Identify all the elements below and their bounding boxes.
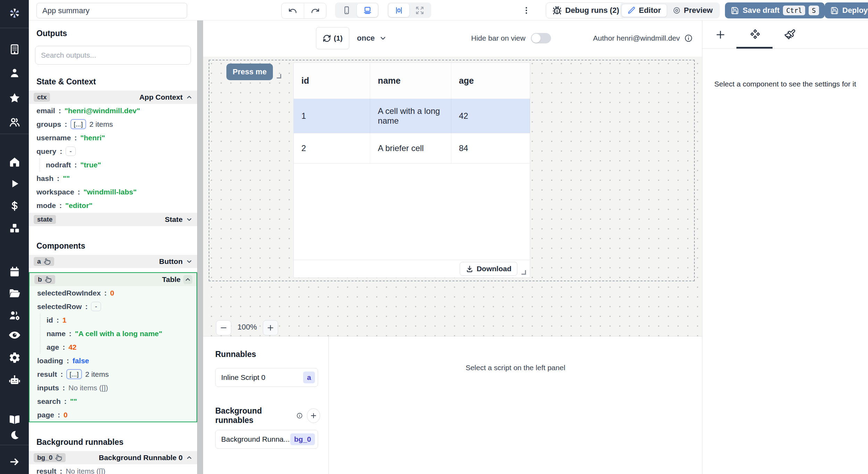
table-footer: Download <box>294 260 530 277</box>
table-header-row: idnameage <box>294 63 530 99</box>
tab-insert-component[interactable] <box>702 20 738 49</box>
table-cell[interactable]: A briefer cell <box>370 133 451 163</box>
bg0-type: Background Runnable 0 <box>99 454 193 462</box>
output-value: No items ([]) <box>66 467 105 474</box>
recompute-mode-value: once <box>357 34 375 43</box>
deploy-label: Deploy <box>842 6 868 15</box>
table-cell[interactable]: 84 <box>451 133 530 163</box>
dollar-icon[interactable] <box>9 200 20 211</box>
background-runnable-item[interactable]: Background Runna... bg_0 <box>215 430 318 449</box>
press-me-button[interactable]: Press me <box>226 64 273 80</box>
output-key: name <box>47 330 66 338</box>
output-field-row: workspace:"windmill-labs" <box>29 185 197 199</box>
output-node-b[interactable]: b Table <box>30 273 197 286</box>
user-icon[interactable] <box>9 67 20 79</box>
more-menu-button[interactable] <box>522 4 531 17</box>
zoom-in-button[interactable] <box>263 320 278 335</box>
recompute-mode-dropdown[interactable]: once <box>357 31 387 45</box>
tab-component-settings[interactable] <box>737 20 773 49</box>
output-node-state[interactable]: state State <box>29 213 197 226</box>
output-node-bg0[interactable]: bg_0 Background Runnable 0 <box>29 451 197 464</box>
table-cell[interactable]: 2 <box>294 133 370 163</box>
output-field-row: nodraft:"true" <box>39 158 197 172</box>
kbd-ctrl: Ctrl <box>783 6 805 15</box>
inline-script-item[interactable]: Inline Script 0 a <box>215 368 318 387</box>
gear-icon[interactable] <box>8 351 21 364</box>
zoom-out-button[interactable] <box>216 320 231 335</box>
collapse-button[interactable] <box>183 275 192 284</box>
output-key: hash <box>36 174 53 183</box>
expand-chip[interactable]: - <box>91 302 101 311</box>
center-align-button[interactable] <box>389 3 409 17</box>
output-field-row: selectedRowIndex:0 <box>30 286 197 300</box>
bot-icon[interactable] <box>8 374 21 386</box>
toggle-knob <box>532 34 541 43</box>
save-draft-button[interactable]: Save draft Ctrl S <box>725 2 825 18</box>
laptop-icon <box>363 6 372 15</box>
refresh-button[interactable]: (1) <box>316 27 349 49</box>
table-column-header[interactable]: name <box>370 63 451 99</box>
users-icon[interactable] <box>9 116 20 128</box>
tab-editor[interactable]: Editor <box>621 4 667 17</box>
tab-preview[interactable]: Preview <box>667 4 718 17</box>
background-runnables-header: Background runnables <box>215 406 320 425</box>
users-gear-icon[interactable] <box>8 309 21 322</box>
moon-icon[interactable] <box>9 430 20 441</box>
deploy-button[interactable]: Deploy <box>825 2 868 18</box>
add-background-runnable-button[interactable] <box>307 408 320 423</box>
outputs-panel: Outputs State & Context ctx App Context … <box>29 20 197 474</box>
output-key: result <box>36 467 56 474</box>
star-icon[interactable] <box>8 92 21 104</box>
panel-resize-handle[interactable] <box>197 20 203 474</box>
ctx-chip[interactable]: ctx <box>34 93 50 102</box>
undo-button[interactable] <box>282 3 304 18</box>
chevron-down-icon <box>185 258 193 265</box>
arrow-right-icon[interactable] <box>9 456 20 468</box>
colon: : <box>60 147 62 156</box>
table-column-header[interactable]: age <box>451 63 530 99</box>
search-outputs-input[interactable] <box>35 46 191 65</box>
redo-button[interactable] <box>304 3 326 18</box>
table-cell[interactable]: 42 <box>451 99 530 133</box>
download-button[interactable]: Download <box>460 262 517 276</box>
resize-handle[interactable] <box>521 270 526 275</box>
resize-handle[interactable] <box>277 74 281 78</box>
tab-styling[interactable] <box>772 20 808 49</box>
play-icon[interactable] <box>9 178 20 189</box>
mobile-view-button[interactable] <box>336 3 357 17</box>
table-row[interactable]: 2A briefer cell84 <box>294 133 530 164</box>
output-node-a[interactable]: a Button <box>29 255 197 268</box>
hide-bar-toggle[interactable] <box>531 33 551 43</box>
output-value: 0 <box>110 289 114 297</box>
component-a-chip[interactable]: a <box>34 257 54 266</box>
folder-open-icon[interactable] <box>8 287 21 300</box>
fullscreen-button[interactable] <box>409 3 430 17</box>
expand-chip[interactable]: [...] <box>66 369 82 379</box>
table-cell[interactable]: 1 <box>294 99 370 133</box>
component-b-chip[interactable]: b <box>34 275 55 284</box>
bg0-chip[interactable]: bg_0 <box>34 453 66 462</box>
app-summary-input[interactable] <box>36 3 187 18</box>
expand-chip[interactable]: [...] <box>70 119 86 129</box>
table-column-header[interactable]: id <box>294 63 370 99</box>
debug-runs-button[interactable]: Debug runs (2) <box>546 2 626 18</box>
table-row[interactable]: 1A cell with a long name42 <box>294 99 530 133</box>
expand-chip[interactable]: - <box>66 147 75 156</box>
output-value: 0 <box>64 411 68 419</box>
state-chip[interactable]: state <box>34 215 56 224</box>
eye-icon[interactable] <box>8 329 21 342</box>
component-b-rows: selectedRowIndex:0selectedRow:-id:1name:… <box>30 286 197 422</box>
book-open-icon[interactable] <box>8 413 21 426</box>
calendar-icon[interactable] <box>9 266 20 278</box>
boxes-icon[interactable] <box>9 222 20 234</box>
output-field-row: selectedRow:- <box>30 300 197 313</box>
windmill-logo-icon[interactable] <box>7 6 22 20</box>
building-icon[interactable] <box>9 43 20 55</box>
output-node-ctx[interactable]: ctx App Context <box>29 91 197 104</box>
runnables-panel: Runnables Inline Script 0 a Background r… <box>203 336 702 474</box>
home-icon[interactable] <box>8 156 21 168</box>
table-cell[interactable]: A cell with a long name <box>370 99 451 133</box>
desktop-view-button[interactable] <box>357 3 378 17</box>
save-draft-label: Save draft <box>743 6 779 15</box>
colon: : <box>62 384 65 392</box>
